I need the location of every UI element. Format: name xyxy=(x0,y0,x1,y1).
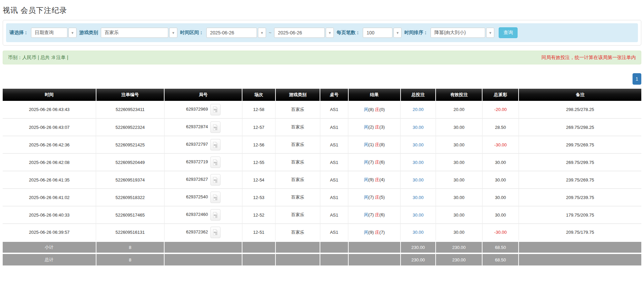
search-button[interactable]: 查询 xyxy=(499,27,518,38)
caret-down-icon[interactable]: ▼ xyxy=(326,28,334,38)
page-size-value[interactable]: 100 xyxy=(363,28,392,38)
time-sort-select[interactable]: 降冪(由大到小) ▼ xyxy=(431,28,494,38)
table-number-cell: AS1 xyxy=(320,136,348,153)
table-body: 2025-06-26 06:43:43522609523411629372969… xyxy=(3,101,641,241)
page-1-button[interactable]: 1 xyxy=(633,73,641,85)
date-from-value[interactable]: 2025-06-26 xyxy=(206,28,257,38)
banker-result: 庄 xyxy=(375,160,379,165)
total-bet-link[interactable]: 30.00 xyxy=(413,177,424,182)
payout-cell: -20.00 xyxy=(482,101,519,118)
summary-cell: 230.00 xyxy=(401,241,436,253)
banker-result: 庄 xyxy=(375,195,379,200)
session-cell: 12-52 xyxy=(242,206,275,224)
game-type-cell: 百家乐 xyxy=(275,189,320,206)
player-result: 闲 xyxy=(364,195,369,200)
column-header: 总派彩 xyxy=(482,89,519,101)
table-number-cell: AS1 xyxy=(320,153,348,171)
game-type-label: 游戏类别 xyxy=(79,30,98,36)
total-bet-link[interactable]: 20.00 xyxy=(413,107,424,112)
banker-result: 庄 xyxy=(375,177,379,182)
column-header: 总投注 xyxy=(401,89,436,101)
banker-result: 庄 xyxy=(375,124,379,130)
table-number-cell: AS1 xyxy=(320,189,348,206)
bet-id-cell: 522609517465 xyxy=(96,206,165,224)
summary-cell xyxy=(242,241,275,253)
column-header: 游戏类别 xyxy=(275,89,320,101)
total-bet-link[interactable]: 30.00 xyxy=(413,230,424,235)
query-type-select[interactable]: 日期查询 ▼ xyxy=(31,28,77,38)
caret-down-icon[interactable]: ▼ xyxy=(393,28,402,38)
valid-bet-cell: 30.00 xyxy=(436,224,482,241)
summary-cell xyxy=(164,241,242,253)
total-bet-link[interactable]: 30.00 xyxy=(413,125,424,130)
total-bet-cell: 30.00 xyxy=(401,224,436,241)
table-row: 2025-06-26 06:40:33522609517465629372460… xyxy=(3,206,641,224)
game-type-cell: 百家乐 xyxy=(275,224,320,241)
video-replay-button[interactable] xyxy=(210,209,221,221)
summary-cell xyxy=(348,241,401,253)
summary-label: 总计 xyxy=(3,253,96,265)
page-title: 视讯 会员下注纪录 xyxy=(3,5,641,16)
caret-down-icon[interactable]: ▼ xyxy=(68,28,77,38)
total-bet-cell: 30.00 xyxy=(401,136,436,153)
time-cell: 2025-06-26 06:42:36 xyxy=(3,136,96,153)
caret-down-icon[interactable]: ▼ xyxy=(258,28,266,38)
table-row: 2025-06-26 06:41:35522609519374629372627… xyxy=(3,171,641,189)
caret-down-icon[interactable]: ▼ xyxy=(169,28,177,38)
time-sort-value[interactable]: 降冪(由大到小) xyxy=(431,28,485,38)
game-type-cell: 百家乐 xyxy=(275,118,320,136)
video-icon xyxy=(213,229,218,235)
filter-panel: 请选择： 日期查询 ▼ 游戏类别 百家乐 ▼ 时间区间： 2025-06-26 … xyxy=(3,20,641,46)
summary-cell: 8 xyxy=(96,241,165,253)
video-replay-button[interactable] xyxy=(210,192,221,203)
video-icon xyxy=(213,212,218,218)
bet-id-cell: 522609519374 xyxy=(96,171,165,189)
result-cell: 闲(9) 庄(7) xyxy=(348,224,401,241)
round-number: 629372362 xyxy=(186,229,208,234)
total-bet-link[interactable]: 30.00 xyxy=(413,160,424,165)
payout-cell: 28.50 xyxy=(482,118,519,136)
total-bet-link[interactable]: 30.00 xyxy=(413,142,424,147)
date-range-label: 时间区间： xyxy=(180,30,204,36)
date-to-value[interactable]: 2025-06-26 xyxy=(274,28,325,38)
round-number: 629372540 xyxy=(186,194,208,199)
valid-bet-cell: 30.00 xyxy=(436,189,482,206)
video-icon xyxy=(213,124,218,131)
date-from-select[interactable]: 2025-06-26 ▼ xyxy=(206,28,266,38)
table-row: 2025-06-26 06:41:02522609518322629372540… xyxy=(3,189,641,206)
session-cell: 12-53 xyxy=(242,189,275,206)
video-replay-button[interactable] xyxy=(210,157,221,168)
remark-cell: 299.75/269.75 xyxy=(519,136,641,153)
game-type-select[interactable]: 百家乐 ▼ xyxy=(101,28,177,38)
caret-down-icon[interactable]: ▼ xyxy=(486,28,494,38)
payout-cell: 30.00 xyxy=(482,206,519,224)
total-bet-link[interactable]: 30.00 xyxy=(413,213,424,218)
total-bet-link[interactable]: 30.00 xyxy=(413,195,424,200)
query-type-value[interactable]: 日期查询 xyxy=(31,28,67,38)
table-number-cell: AS1 xyxy=(320,224,348,241)
query-type-label: 请选择： xyxy=(9,30,28,36)
round-number: 629372969 xyxy=(186,107,208,112)
column-header: 场次 xyxy=(242,89,275,101)
result-cell: 闲(7) 庄(5) xyxy=(348,189,401,206)
date-range-tilde: ~ xyxy=(269,30,271,35)
round-number: 629372460 xyxy=(186,212,208,217)
banker-result: 庄 xyxy=(375,142,379,147)
round-number: 629372797 xyxy=(186,142,208,147)
total-bet-cell: 30.00 xyxy=(401,171,436,189)
result-cell: 闲(2) 庄(3) xyxy=(348,118,401,136)
video-replay-button[interactable] xyxy=(210,104,221,115)
table-number-cell: AS1 xyxy=(320,101,348,118)
game-type-value[interactable]: 百家乐 xyxy=(101,28,168,38)
pagination-top: 1 xyxy=(3,73,641,85)
video-replay-button[interactable] xyxy=(210,174,221,186)
table-row: 2025-06-26 06:43:43522609523411629372969… xyxy=(3,101,641,118)
summary-cell xyxy=(519,241,641,253)
video-replay-button[interactable] xyxy=(210,139,221,150)
summary-cell: 230.00 xyxy=(436,241,482,253)
date-to-select[interactable]: 2025-06-26 ▼ xyxy=(274,28,334,38)
page-size-select[interactable]: 100 ▼ xyxy=(363,28,402,38)
video-replay-button[interactable] xyxy=(210,227,221,238)
table-number-cell: AS1 xyxy=(320,171,348,189)
video-replay-button[interactable] xyxy=(210,121,221,133)
